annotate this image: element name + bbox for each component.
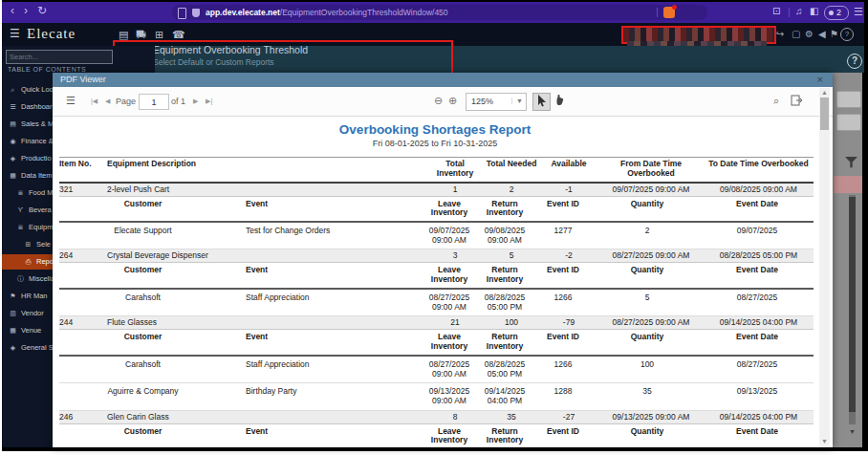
- production-icon: ◈: [8, 151, 18, 166]
- export-icon[interactable]: [791, 94, 803, 108]
- scroll-down-arrow[interactable]: ▼: [849, 428, 856, 436]
- hr-icon: ⚑: [8, 289, 18, 304]
- venue-icon: ▦: [8, 323, 18, 338]
- prev-page-button[interactable]: ◀: [105, 98, 110, 105]
- page-header-highlight: Equipment Overbooking Threshold Select D…: [113, 40, 453, 75]
- zoom-level-value: 125%: [471, 97, 493, 106]
- bookmark-icon[interactable]: [178, 8, 186, 19]
- megaphone-icon[interactable]: ◀: [818, 29, 826, 39]
- report-cell: Total Inventory: [426, 160, 484, 179]
- report-cell: Crystal Beverage Dispenser: [107, 249, 426, 262]
- search-icon[interactable]: ⌕: [773, 95, 779, 107]
- toolbar-separator: |: [656, 6, 659, 17]
- url-text[interactable]: app.dev.elecate.net/EquipmentOverbooking…: [206, 8, 448, 17]
- hand-tool-button[interactable]: [552, 93, 568, 109]
- report-cell: Return Inventory: [477, 266, 532, 285]
- report-cell: Quantity: [594, 266, 701, 285]
- browser-reload-button[interactable]: ↻: [37, 4, 47, 17]
- report-cell: Leave Inventory: [422, 200, 477, 219]
- report-cell: Return Inventory: [477, 200, 532, 219]
- zoom-level-dropdown[interactable]: 125% ▼: [466, 93, 527, 111]
- sidebar-item-label: General S: [21, 343, 54, 352]
- last-page-button[interactable]: ▶|: [206, 98, 212, 105]
- pdf-sidebar-toggle-icon[interactable]: ☰: [66, 95, 76, 107]
- browser-forward-button[interactable]: ›: [24, 4, 28, 17]
- sidebar-item-label: Data Item: [21, 171, 53, 180]
- select-tool-button[interactable]: [532, 93, 551, 111]
- report-cell: Event: [227, 333, 422, 352]
- screenshot-canvas: ‹ › ↻ app.dev.elecate.net/EquipmentOverb…: [0, 0, 868, 455]
- bookmark-ribbon-icon[interactable]: ⚑: [830, 29, 838, 39]
- report-cell: 3: [426, 249, 484, 262]
- browser-toolbar: ‹ › ↻ app.dev.elecate.net/EquipmentOverb…: [2, 2, 864, 23]
- sidebar-item-label: Repo: [36, 257, 54, 266]
- background-scrollbar-thumb[interactable]: [849, 197, 856, 412]
- scroll-down-arrow[interactable]: ▼: [819, 437, 830, 445]
- detail-header-row: CustomerEventLeave InventoryReturn Inven…: [59, 424, 814, 447]
- truck-icon[interactable]: ⛟: [136, 29, 146, 40]
- tab-tile-icon[interactable]: ⊡: [772, 6, 780, 16]
- report-cell: 35: [594, 386, 701, 405]
- report-cell: Event Date: [701, 266, 814, 285]
- modal-titlebar[interactable]: PDF Viewer ×: [53, 73, 833, 87]
- search-input[interactable]: [6, 50, 113, 64]
- report-cell: Return Inventory: [477, 333, 532, 352]
- next-page-button[interactable]: ▶: [193, 98, 198, 105]
- report-cell: Aguirre & Company: [59, 386, 227, 405]
- first-page-button[interactable]: |◀: [91, 98, 98, 105]
- equipment-row-246: 246Glen Carin Glass835-2709/13/2025 09:0…: [59, 411, 814, 424]
- background-scrollbar[interactable]: [849, 195, 856, 424]
- page-number-input[interactable]: [139, 94, 169, 110]
- dimmed-field: [836, 114, 861, 131]
- browser-menu-icon[interactable]: ☰: [854, 6, 863, 18]
- report-cell: 1: [426, 184, 484, 196]
- report-cell: 35: [484, 411, 539, 423]
- report-cell: Customer: [59, 427, 227, 446]
- detail-header-row: CustomerEventLeave InventoryReturn Inven…: [59, 263, 814, 290]
- equipment-row-264: 264Crystal Beverage Dispenser35-208/27/2…: [59, 249, 814, 263]
- printer-icon: ⎙: [23, 254, 33, 270]
- close-icon[interactable]: ×: [817, 74, 823, 85]
- report-cell: Quantity: [594, 333, 701, 352]
- zoom-in-icon[interactable]: ⊕: [448, 95, 457, 107]
- report-cell: Quantity: [594, 427, 701, 446]
- folder-icon[interactable]: ▢: [792, 29, 800, 39]
- zoom-out-icon[interactable]: ⊖: [434, 95, 443, 107]
- search-icon: ⌕: [8, 82, 18, 98]
- report-cell: Flute Glasses: [107, 316, 426, 329]
- report-cell: 08/27/2025 09:00 AM: [422, 292, 477, 312]
- modal-scrollbar[interactable]: ▲ ▼: [819, 88, 830, 447]
- report-cell: Event: [227, 200, 422, 219]
- report-cell: 100: [484, 316, 539, 329]
- report-cell: 08/27/2025 09:00 AM: [598, 316, 704, 329]
- report-cell: 5: [594, 292, 701, 312]
- page-help-icon[interactable]: ?: [847, 54, 862, 69]
- report-cell: 08/27/2025: [701, 359, 814, 379]
- report-cell: Event Date: [701, 333, 814, 352]
- report-cell: 2-level Push Cart: [107, 184, 426, 196]
- site-info-icon[interactable]: [192, 9, 200, 17]
- sidebar-item-label: Sales & M: [21, 119, 54, 128]
- media-icon[interactable]: ♫: [795, 6, 803, 16]
- report-cell: -79: [539, 316, 598, 329]
- report-cell: Carahsoft: [59, 292, 227, 312]
- equipment-row-244: 244Flute Glasses21100-7908/27/2025 09:00…: [59, 316, 814, 330]
- sidebar-item-label: Venue: [21, 326, 41, 335]
- brand-logo[interactable]: Elecate: [27, 26, 76, 42]
- help-icon[interactable]: ?: [840, 28, 854, 41]
- share-icon[interactable]: ↪: [776, 29, 784, 39]
- report-cell: Carahsoft: [59, 359, 227, 379]
- avatar: [829, 11, 834, 15]
- profile-pill[interactable]: 2: [824, 6, 849, 20]
- report-table-header: Item No.Equipment DescriptionTotal Inven…: [59, 157, 814, 184]
- extension-icon[interactable]: [663, 7, 675, 18]
- gear-icon[interactable]: ⚙: [805, 29, 814, 39]
- browser-back-button[interactable]: ‹: [11, 4, 14, 17]
- scroll-up-arrow[interactable]: ▲: [819, 88, 830, 97]
- report-cell: 09/13/2025: [701, 386, 814, 405]
- report-cell: Elecate Support: [59, 226, 227, 245]
- app-menu-icon[interactable]: ☰: [10, 27, 20, 40]
- modal-scrollbar-thumb[interactable]: [820, 98, 829, 130]
- pdf-toolbar: ☰ |◀ ◀ Page of 1 ▶ ▶| ⊖ ⊕ 125% ▼ ⌕: [53, 87, 833, 117]
- split-view-icon[interactable]: ◧: [810, 6, 818, 16]
